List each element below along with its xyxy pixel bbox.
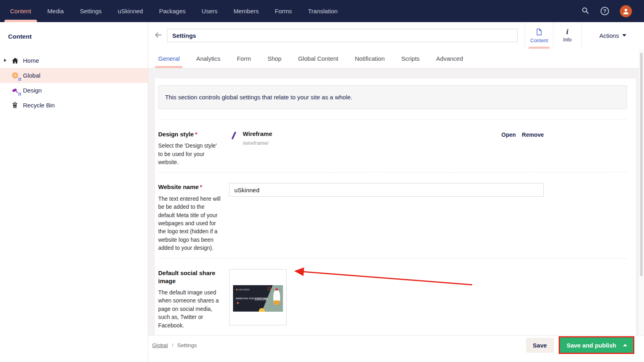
app-tab-info[interactable]: i Info bbox=[553, 22, 581, 49]
trash-icon bbox=[11, 101, 19, 109]
tree-item-global[interactable]: Global bbox=[0, 68, 148, 83]
website-name-input[interactable] bbox=[229, 183, 544, 197]
editor-content-area: This section controls global settings th… bbox=[148, 68, 644, 335]
content-tab-bar: General Analytics Form Shop Global Conte… bbox=[148, 49, 644, 68]
nav-item-forms[interactable]: Forms bbox=[267, 0, 300, 22]
tab-notification[interactable]: Notification bbox=[355, 49, 385, 68]
document-name-input[interactable] bbox=[167, 29, 518, 42]
tab-label: Analytics bbox=[196, 55, 220, 62]
node-path: /wireframe/ bbox=[243, 140, 272, 146]
design-style-node-preview: Wireframe /wireframe/ Open Remove bbox=[229, 130, 544, 146]
property-control-column bbox=[229, 183, 544, 252]
breadcrumb: Global / Settings bbox=[152, 342, 197, 348]
tree-item-recycle-bin[interactable]: Recycle Bin bbox=[0, 98, 148, 113]
search-icon[interactable] bbox=[581, 6, 590, 16]
save-and-publish-label: Save and publish bbox=[567, 342, 616, 349]
content-tree: Home Global Design bbox=[0, 53, 148, 113]
tab-advanced[interactable]: Advanced bbox=[436, 49, 463, 68]
nav-item-users[interactable]: Users bbox=[194, 0, 225, 22]
chevron-down-icon bbox=[622, 34, 626, 37]
tab-label: Notification bbox=[355, 55, 385, 62]
section-notice-row: This section controls global settings th… bbox=[158, 85, 627, 120]
brand-dot-icon bbox=[236, 289, 237, 290]
required-star: * bbox=[195, 131, 197, 138]
tab-label: Scripts bbox=[401, 55, 420, 62]
tab-analytics[interactable]: Analytics bbox=[196, 49, 220, 68]
property-label-column: Default social share image The default i… bbox=[158, 269, 229, 335]
paint-roller-icon bbox=[11, 86, 19, 95]
property-description: Select the 'Design style' to be used for… bbox=[158, 142, 222, 167]
tree-item-home[interactable]: Home bbox=[0, 53, 148, 68]
cursor-icon bbox=[237, 302, 239, 304]
avatar[interactable] bbox=[620, 5, 632, 17]
node-text: Wireframe /wireframe/ bbox=[243, 130, 272, 146]
tab-label: Shop bbox=[267, 55, 281, 62]
property-label-column: Website name* The text entered here will… bbox=[158, 183, 229, 252]
scrollbar-thumb[interactable] bbox=[640, 53, 643, 276]
thumbnail-headline: WEBSITES FOR EVERYONE bbox=[236, 297, 268, 300]
property-description: The default image used when someone shar… bbox=[158, 289, 222, 330]
chevron-up-icon[interactable] bbox=[623, 344, 627, 346]
property-row-social-share-image: Default social share image The default i… bbox=[158, 259, 627, 335]
brand-text: USKINNED bbox=[238, 288, 250, 291]
node-actions: Open Remove bbox=[502, 130, 544, 138]
person-icon bbox=[622, 7, 630, 15]
nav-item-members[interactable]: Members bbox=[225, 0, 267, 22]
tab-label: General bbox=[158, 55, 180, 62]
nav-item-media[interactable]: Media bbox=[39, 0, 72, 22]
actions-label: Actions bbox=[599, 32, 619, 39]
unsaved-dots-indicator bbox=[18, 93, 21, 96]
nav-item-packages[interactable]: Packages bbox=[151, 0, 194, 22]
sidebar-section-title: Content bbox=[0, 22, 148, 40]
tab-scripts[interactable]: Scripts bbox=[401, 49, 420, 68]
tree-item-design[interactable]: Design bbox=[0, 83, 148, 98]
thumbnail-brand: USKINNED bbox=[236, 288, 250, 291]
tab-general[interactable]: General bbox=[158, 49, 180, 68]
footer-buttons: Save Save and publish bbox=[526, 336, 634, 354]
tab-shop[interactable]: Shop bbox=[267, 49, 281, 68]
editor-header: Content i Info Actions bbox=[148, 22, 644, 49]
navbar-right-controls: ? bbox=[581, 0, 644, 22]
arrow-left-icon bbox=[153, 30, 163, 40]
thumbnail-ring-decoration bbox=[268, 287, 271, 290]
tree-item-label: Home bbox=[23, 57, 39, 64]
breadcrumb-current: Settings bbox=[177, 342, 197, 348]
actions-dropdown[interactable]: Actions bbox=[581, 22, 644, 49]
tab-global-content[interactable]: Global Content bbox=[298, 49, 338, 68]
save-and-publish-button[interactable]: Save and publish bbox=[560, 337, 633, 353]
general-tab-panel: This section controls global settings th… bbox=[155, 78, 636, 335]
property-description: The text entered here will be be added t… bbox=[158, 195, 222, 253]
open-link[interactable]: Open bbox=[502, 132, 516, 138]
app-tab-content[interactable]: Content bbox=[525, 22, 553, 49]
tab-form[interactable]: Form bbox=[237, 49, 251, 68]
yellow-dot-decoration bbox=[259, 308, 265, 312]
section-notice: This section controls global settings th… bbox=[158, 85, 627, 109]
content-tree-sidebar: Content Home Global bbox=[0, 22, 148, 362]
active-app-indicator bbox=[528, 47, 550, 49]
social-share-image-thumbnail[interactable]: USKINNED WEBSITES FOR EVERYONE bbox=[229, 269, 287, 325]
rubber-chicken-image bbox=[273, 290, 280, 305]
expand-caret-icon[interactable] bbox=[4, 59, 6, 62]
save-button[interactable]: Save bbox=[526, 338, 554, 353]
nav-item-content[interactable]: Content bbox=[2, 0, 39, 22]
back-button[interactable] bbox=[153, 30, 163, 41]
active-tab-indicator bbox=[155, 66, 183, 68]
nav-item-translation[interactable]: Translation bbox=[300, 0, 346, 22]
nav-item-settings[interactable]: Settings bbox=[72, 0, 109, 22]
property-control-column: Wireframe /wireframe/ Open Remove bbox=[229, 130, 544, 167]
app-tab-label: Content bbox=[530, 38, 548, 43]
nav-item-label: Users bbox=[202, 8, 217, 14]
nav-item-label: Translation bbox=[308, 8, 338, 14]
remove-link[interactable]: Remove bbox=[522, 132, 544, 138]
property-title: Design style* bbox=[158, 130, 222, 138]
breadcrumb-global-link[interactable]: Global bbox=[152, 342, 168, 348]
nav-item-label: Content bbox=[10, 8, 31, 14]
info-icon: i bbox=[566, 28, 568, 35]
nav-item-label: Members bbox=[233, 8, 259, 14]
nav-item-label: Media bbox=[47, 8, 64, 14]
active-section-indicator bbox=[4, 20, 37, 22]
required-star: * bbox=[200, 183, 202, 190]
property-control-column: USKINNED WEBSITES FOR EVERYONE bbox=[229, 269, 544, 335]
nav-item-uskinned[interactable]: uSkinned bbox=[110, 0, 151, 22]
help-icon[interactable]: ? bbox=[601, 7, 609, 15]
